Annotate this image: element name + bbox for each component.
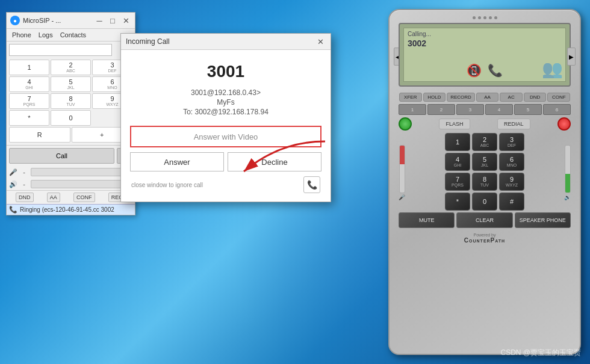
call-section: Call 📷 bbox=[7, 145, 135, 166]
dialog-body: 3001 3001@192.168.0.43> MyFs To: 3002@19… bbox=[121, 50, 331, 202]
line-1-button[interactable]: 1 bbox=[399, 104, 426, 115]
dnd-func-button[interactable]: DND bbox=[524, 93, 547, 102]
vol-minus-1[interactable]: - bbox=[20, 168, 28, 176]
kp-hash[interactable]: # bbox=[499, 193, 524, 211]
answer-video-button[interactable]: Answer with Video bbox=[130, 126, 321, 147]
conf-button[interactable]: CONF bbox=[73, 193, 95, 202]
ac-button[interactable]: AC bbox=[500, 93, 523, 102]
app-icon: ● bbox=[10, 16, 20, 25]
key-star[interactable]: * bbox=[9, 110, 49, 126]
menu-phone[interactable]: Phone bbox=[9, 30, 34, 40]
left-volume-slider: 🎤 bbox=[399, 133, 405, 212]
kp-0[interactable]: 0 bbox=[472, 193, 497, 211]
keypad-with-sliders: 🎤 1 2ABC 3DEF 4GHI 5JKL 6MNO 7PQRS 8TUV … bbox=[399, 133, 571, 212]
microsip-title: MicroSIP - ... bbox=[23, 17, 61, 24]
search-input[interactable] bbox=[9, 44, 112, 56]
kp-3[interactable]: 3DEF bbox=[499, 133, 524, 151]
vol-slider-2[interactable] bbox=[31, 180, 122, 188]
line-3-button[interactable]: 3 bbox=[456, 104, 484, 115]
answer-button[interactable]: Answer bbox=[130, 152, 224, 171]
kp-6[interactable]: 6MNO bbox=[499, 153, 524, 171]
right-slider[interactable] bbox=[565, 145, 571, 193]
line-2-button[interactable]: 2 bbox=[427, 104, 455, 115]
incoming-call-dialog: Incoming Call ✕ 3001 3001@192.168.0.43> … bbox=[120, 33, 331, 202]
hangup-circle-button[interactable] bbox=[557, 117, 571, 131]
decline-button[interactable]: Decline bbox=[228, 152, 321, 171]
kp-7[interactable]: 7PQRS bbox=[445, 173, 470, 191]
kp-2[interactable]: 2ABC bbox=[472, 133, 497, 151]
screen-number: 3002 bbox=[408, 39, 562, 48]
dialog-action-row: Answer Decline bbox=[130, 152, 321, 171]
key-0[interactable]: 0 bbox=[51, 110, 91, 126]
dialpad-row-2: 4GHI 5JKL 6MNO bbox=[9, 76, 132, 92]
phone-func-row: XFER HOLD RECORD AA AC DND CONF bbox=[399, 93, 571, 102]
speaker-icon: 🔊 bbox=[9, 180, 17, 188]
key-1[interactable]: 1 bbox=[9, 60, 49, 75]
kp-5[interactable]: 5JKL bbox=[472, 153, 497, 171]
dialog-title: Incoming Call bbox=[126, 37, 170, 46]
aa-func-button[interactable]: AA bbox=[476, 93, 499, 102]
maximize-button[interactable]: □ bbox=[107, 15, 118, 26]
caller-sip: 3001@192.168.0.43> bbox=[130, 88, 321, 97]
line-6-button[interactable]: 6 bbox=[543, 104, 571, 115]
kp-8[interactable]: 8TUV bbox=[472, 173, 497, 191]
key-5[interactable]: 5JKL bbox=[51, 76, 91, 92]
mute-button[interactable]: MUTE bbox=[399, 212, 455, 228]
dialog-footer: close window to ignore call 📞 bbox=[130, 176, 321, 196]
minimize-button[interactable]: ─ bbox=[94, 15, 105, 26]
screen-call-icons: 📵 📞 bbox=[467, 63, 503, 78]
logo-powered-text: Powered by bbox=[464, 233, 505, 237]
menu-contacts[interactable]: Contacts bbox=[57, 30, 89, 40]
phone-screen: Calling... 3002 👥 📵 📞 bbox=[403, 28, 566, 82]
dnd-button[interactable]: DND bbox=[16, 193, 34, 202]
kp-star[interactable]: * bbox=[445, 193, 470, 211]
phone-outer-body: ◀ Calling... 3002 👥 📵 📞 ▶ XFER bbox=[388, 9, 581, 355]
dialog-titlebar: Incoming Call ✕ bbox=[121, 34, 331, 50]
line-4-button[interactable]: 4 bbox=[485, 104, 513, 115]
menu-logs[interactable]: Logs bbox=[36, 30, 56, 40]
speaker-button[interactable]: SPEAKER PHONE bbox=[515, 212, 571, 228]
key-4[interactable]: 4GHI bbox=[9, 76, 49, 92]
phone-special-row: MUTE CLEAR SPEAKER PHONE bbox=[399, 212, 571, 228]
status-icon: 📞 bbox=[9, 206, 17, 214]
key-2[interactable]: 2ABC bbox=[51, 60, 91, 75]
caller-to: To: 3002@192.168.178.94 bbox=[130, 108, 321, 116]
nav-right-button[interactable]: ▶ bbox=[567, 48, 576, 66]
key-8[interactable]: 8TUV bbox=[51, 93, 91, 109]
ignore-call-button[interactable]: 📞 bbox=[303, 176, 320, 193]
volume-row-1: 🎤 - + bbox=[7, 166, 135, 178]
flash-button[interactable]: FLASH bbox=[439, 119, 470, 129]
kp-9[interactable]: 9WXYZ bbox=[499, 173, 524, 191]
record-button[interactable]: RECORD bbox=[447, 93, 475, 102]
microsip-titlebar: ● MicroSIP - ... ─ □ ✕ bbox=[7, 13, 135, 29]
clear-button[interactable]: CLEAR bbox=[456, 212, 512, 228]
vol-slider-1[interactable] bbox=[31, 168, 122, 176]
key-r[interactable]: R bbox=[9, 127, 70, 143]
vol-minus-2[interactable]: - bbox=[20, 180, 28, 188]
speaker-vol-icon: 🔊 bbox=[564, 194, 571, 200]
speaker-dot bbox=[489, 16, 492, 19]
left-slider[interactable] bbox=[399, 145, 405, 193]
microsip-menu: Phone Logs Contacts bbox=[7, 29, 135, 42]
volume-row-2: 🔊 - + bbox=[7, 178, 135, 190]
dialog-close-button[interactable]: ✕ bbox=[315, 36, 326, 47]
redial-button[interactable]: REDIAL bbox=[497, 119, 530, 129]
call-button[interactable]: Call bbox=[9, 148, 114, 164]
answer-icon: 📞 bbox=[488, 63, 503, 78]
phone-device: ◀ Calling... 3002 👥 📵 📞 ▶ XFER bbox=[388, 9, 581, 355]
line-5-button[interactable]: 5 bbox=[514, 104, 542, 115]
kp-4[interactable]: 4GHI bbox=[445, 153, 470, 171]
aa-button[interactable]: AA bbox=[47, 193, 60, 202]
speaker-dot bbox=[494, 16, 497, 19]
key-7[interactable]: 7PQRS bbox=[9, 93, 49, 109]
xfer-button[interactable]: XFER bbox=[399, 93, 422, 102]
close-button[interactable]: ✕ bbox=[120, 15, 131, 26]
hold-button[interactable]: HOLD bbox=[423, 93, 446, 102]
mic-label: 🎤 bbox=[399, 194, 405, 200]
caller-number: 3001 bbox=[130, 62, 321, 81]
phone-speaker-dots bbox=[473, 16, 497, 19]
watermark: CSDN @贾宝玉的玉宝贾 bbox=[500, 348, 581, 358]
answer-circle-button[interactable] bbox=[399, 117, 412, 131]
kp-1[interactable]: 1 bbox=[445, 133, 470, 151]
conf-func-button[interactable]: CONF bbox=[547, 93, 570, 102]
